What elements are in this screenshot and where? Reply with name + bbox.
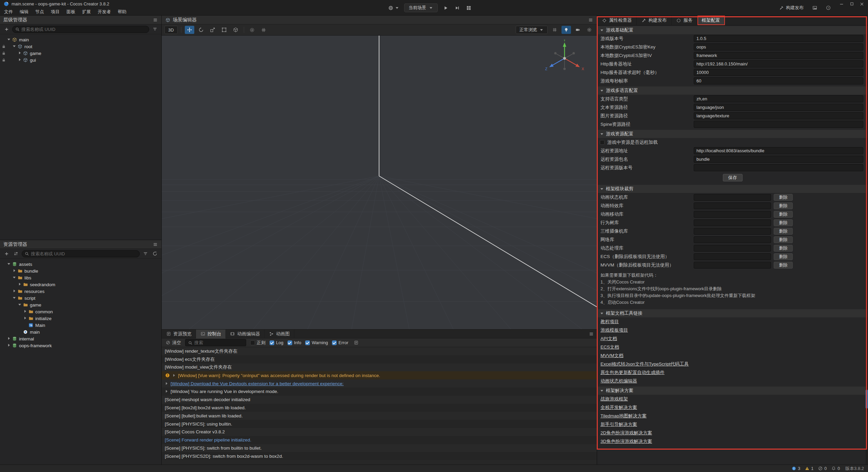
property-input[interactable] xyxy=(694,69,863,76)
doc-link[interactable]: 教程项目 xyxy=(600,319,619,325)
delete-button[interactable]: 删除 xyxy=(774,211,793,218)
axis-gizmo[interactable]: Y X Z xyxy=(542,40,587,79)
remote-load-checkbox[interactable] xyxy=(600,140,605,145)
grid-toggle-button[interactable] xyxy=(550,26,559,34)
bulb-toggle-button[interactable] xyxy=(561,26,571,34)
log-row[interactable]: [Window] render_texture文件夹存在 xyxy=(162,347,597,355)
log-row[interactable]: [Window] model_view文件夹存在 xyxy=(162,363,597,372)
delete-button[interactable]: 删除 xyxy=(774,253,793,260)
tree-item-game[interactable]: game xyxy=(0,301,161,308)
console-tab-4[interactable]: 动画图 xyxy=(264,330,294,338)
module-path-input[interactable] xyxy=(694,202,771,209)
module-path-input[interactable] xyxy=(694,253,771,260)
rotate-tool-button[interactable] xyxy=(196,26,206,34)
doc-link[interactable]: API文档 xyxy=(600,336,617,342)
hierarchy-search[interactable] xyxy=(12,26,149,33)
caret-icon[interactable] xyxy=(23,316,28,321)
delete-button[interactable]: 删除 xyxy=(774,245,793,252)
preview-device-button[interactable] xyxy=(387,3,401,12)
console-tab-3[interactable]: 动画编辑器 xyxy=(226,330,265,338)
caret-icon[interactable] xyxy=(12,275,17,280)
property-input[interactable] xyxy=(694,95,863,102)
log-row[interactable]: [Scene] [PHYSICS2D]: switch from box2d-w… xyxy=(162,452,597,460)
delete-button[interactable]: 删除 xyxy=(774,194,793,201)
caret-icon[interactable] xyxy=(7,336,12,341)
log-row[interactable]: [Scene] meshopt wasm decoder initialized xyxy=(162,396,597,404)
caret-icon[interactable] xyxy=(18,282,23,287)
property-input[interactable] xyxy=(694,43,863,51)
info-status-counter[interactable]: 3 xyxy=(791,466,800,471)
menu-item-4[interactable]: 项目 xyxy=(47,8,63,16)
doc-link[interactable]: 2D角色扮演游戏解决方案 xyxy=(600,430,652,436)
menu-item-8[interactable]: 帮助 xyxy=(114,8,130,16)
property-input[interactable] xyxy=(694,77,863,84)
log-row[interactable]: [Scene] [bullet]:bullet wasm lib loaded. xyxy=(162,412,597,420)
tree-item-common[interactable]: common xyxy=(0,308,161,315)
tree-item-resources[interactable]: resources xyxy=(0,288,161,295)
tree-item-oops-framework[interactable]: oops-framework xyxy=(0,342,161,349)
refresh-button[interactable] xyxy=(151,250,159,257)
menu-item-7[interactable]: 开发者 xyxy=(94,8,114,16)
inspector-tab-2[interactable]: 构建发布 xyxy=(637,16,672,25)
console-tab-1[interactable]: 资源预览 xyxy=(162,330,196,338)
regex-toggle[interactable]: 正则 xyxy=(250,340,265,346)
section-header[interactable]: 游戏基础配置 xyxy=(597,26,868,34)
module-path-input[interactable] xyxy=(694,228,771,235)
scale-tool-button[interactable] xyxy=(208,26,217,34)
filter-button[interactable] xyxy=(151,25,159,33)
snap-button[interactable] xyxy=(259,26,269,34)
view-mode-dropdown[interactable]: 正常浏览 xyxy=(516,26,548,34)
scene-viewport[interactable]: Y X Z xyxy=(162,36,597,329)
property-input[interactable] xyxy=(694,147,863,154)
tree-item-seedrandom[interactable]: seedrandom xyxy=(0,281,161,288)
doc-link[interactable]: MVVM文档 xyxy=(600,353,624,359)
module-path-input[interactable] xyxy=(694,245,771,252)
doc-link[interactable]: 原生包热更新配置自动生成插件 xyxy=(600,370,665,376)
module-path-input[interactable] xyxy=(694,236,771,243)
caret-icon[interactable] xyxy=(18,51,23,56)
caret-icon[interactable] xyxy=(12,296,17,301)
layout-button[interactable] xyxy=(464,3,473,12)
log-row[interactable]: [Scene] Cocos Creator v3.8.2 xyxy=(162,428,597,436)
menu-item-1[interactable]: 文件 xyxy=(1,8,16,16)
inspector-tab-3[interactable]: 服务 xyxy=(672,16,697,25)
tree-item-main[interactable]: main xyxy=(0,36,161,43)
caret-icon[interactable] xyxy=(23,309,28,314)
assets-search-input[interactable] xyxy=(31,251,137,257)
menu-item-5[interactable]: 面板 xyxy=(63,8,79,16)
build-publish-button[interactable]: 构建发布 xyxy=(777,3,805,12)
caret-icon[interactable] xyxy=(7,343,12,348)
gear-toggle-button[interactable] xyxy=(585,26,594,34)
log-row[interactable]: [Window] You are running Vue in developm… xyxy=(162,388,597,396)
filter-button[interactable] xyxy=(142,250,149,257)
warning-status-counter[interactable]: 1 xyxy=(804,466,813,471)
panel-menu-icon[interactable] xyxy=(589,331,594,337)
clear-console-button[interactable]: 清空 xyxy=(165,340,181,346)
doc-link[interactable]: 游戏模板项目 xyxy=(600,327,628,333)
delete-button[interactable]: 删除 xyxy=(774,219,793,226)
property-input[interactable] xyxy=(694,156,863,163)
inspector-tab-1[interactable]: 属性检查器 xyxy=(597,16,637,25)
rect-tool-button[interactable] xyxy=(219,26,229,34)
log-row[interactable]: [Window] [Vue warn]: Property "onInput" … xyxy=(162,371,597,379)
module-path-input[interactable] xyxy=(694,194,771,201)
inspector-scrollbar[interactable] xyxy=(866,25,868,465)
property-input[interactable] xyxy=(694,52,863,59)
doc-link[interactable]: 战旗游戏框架 xyxy=(600,396,628,402)
menu-item-2[interactable]: 编辑 xyxy=(16,8,32,16)
module-path-input[interactable] xyxy=(694,219,771,226)
section-header[interactable]: 游戏多语言配置 xyxy=(597,86,868,95)
bell-counter[interactable]: 0 xyxy=(831,466,840,471)
tree-item-initialize[interactable]: initialize xyxy=(0,315,161,322)
menu-item-3[interactable]: 节点 xyxy=(32,8,47,16)
panel-menu-icon[interactable] xyxy=(153,242,158,247)
doc-link[interactable]: ECS文档 xyxy=(600,344,619,350)
hierarchy-search-input[interactable] xyxy=(21,26,147,33)
log-row[interactable]: [Window] ecs文件夹存在 xyxy=(162,355,597,363)
doc-link[interactable]: Excel格式转Json文件与TypeScript代码工具 xyxy=(600,361,689,367)
delete-button[interactable]: 删除 xyxy=(774,202,793,209)
log-row[interactable]: [Window] Download the Vue Devtools exten… xyxy=(162,379,597,388)
module-path-input[interactable] xyxy=(694,211,771,218)
property-input[interactable] xyxy=(694,104,863,111)
doc-link[interactable]: 动画状态机编辑器 xyxy=(600,378,637,384)
